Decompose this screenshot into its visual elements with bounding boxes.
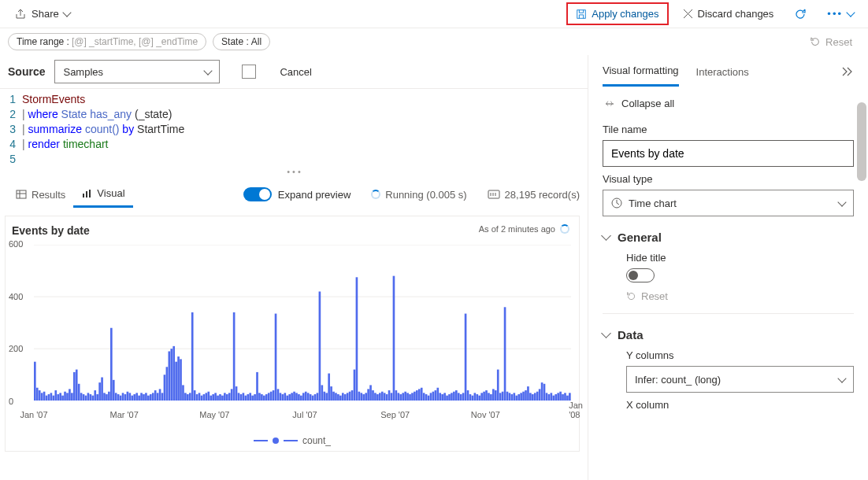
svg-rect-176: [418, 389, 421, 401]
svg-rect-132: [317, 393, 319, 401]
tile-name-label: Tile name: [603, 124, 854, 135]
refresh-icon: [794, 8, 807, 20]
svg-rect-211: [499, 393, 502, 401]
expand-preview-toggle[interactable]: [243, 187, 272, 201]
svg-rect-151: [360, 393, 362, 401]
svg-rect-23: [64, 392, 66, 401]
reset-icon: [626, 291, 636, 301]
svg-rect-66: [164, 375, 166, 401]
discard-changes-button[interactable]: Discard changes: [677, 5, 781, 23]
apply-changes-button[interactable]: Apply changes: [569, 6, 665, 22]
chevron-down-icon: [601, 231, 611, 241]
share-button[interactable]: Share: [8, 5, 76, 24]
tab-visual-label: Visual: [97, 187, 124, 199]
source-select[interactable]: Samples: [54, 60, 220, 83]
svg-rect-111: [268, 393, 270, 401]
hide-title-toggle[interactable]: [626, 268, 655, 282]
svg-rect-33: [87, 393, 90, 401]
svg-rect-125: [300, 396, 302, 401]
tab-results[interactable]: Results: [8, 183, 73, 207]
clock-icon: [611, 198, 622, 209]
bar-chart-icon: [81, 188, 92, 199]
panel-tab-visual-formatting[interactable]: Visual formatting: [603, 57, 679, 87]
refresh-button[interactable]: [788, 5, 813, 24]
svg-rect-79: [194, 390, 196, 401]
svg-rect-166: [395, 390, 398, 401]
svg-rect-189: [448, 394, 451, 401]
svg-rect-175: [416, 390, 418, 401]
svg-rect-78: [191, 312, 194, 401]
svg-rect-124: [298, 394, 300, 401]
svg-rect-147: [351, 390, 354, 401]
tab-visual[interactable]: Visual: [73, 181, 132, 208]
svg-rect-200: [474, 393, 477, 401]
svg-rect-130: [312, 396, 314, 401]
y-columns-select[interactable]: Infer: count_ (long): [626, 366, 854, 393]
svg-rect-76: [187, 394, 189, 401]
x-tick-label: Jan '07: [20, 410, 47, 419]
chart-plot[interactable]: [34, 245, 571, 401]
svg-rect-142: [339, 396, 342, 401]
ellipsis-icon: •••: [827, 8, 843, 20]
x-tick-label: Mar '07: [109, 410, 138, 419]
svg-rect-58: [145, 393, 147, 401]
time-range-pill[interactable]: Time range : [@] _startTime, [@] _endTim…: [8, 33, 206, 50]
svg-rect-40: [103, 393, 106, 401]
section-general[interactable]: General: [603, 231, 854, 244]
svg-rect-72: [177, 356, 180, 401]
svg-rect-216: [511, 394, 514, 401]
panel-tab-interactions[interactable]: Interactions: [696, 58, 749, 86]
svg-rect-114: [275, 314, 277, 401]
state-value: All: [251, 36, 262, 47]
chevron-down-icon: [601, 328, 611, 338]
apply-changes-highlight: Apply changes: [566, 2, 668, 25]
svg-rect-80: [196, 394, 198, 401]
running-status: Running (0.005 s): [371, 189, 466, 201]
filter-reset-button[interactable]: Reset: [810, 36, 860, 48]
svg-rect-238: [562, 394, 564, 401]
visual-type-select[interactable]: Time chart: [603, 190, 854, 216]
svg-rect-18: [53, 396, 55, 401]
svg-rect-219: [517, 394, 520, 401]
chevron-down-icon: [846, 8, 855, 17]
svg-rect-152: [362, 394, 365, 401]
svg-rect-41: [106, 394, 108, 401]
records-icon: [488, 190, 500, 199]
x-tick-label: Sep '07: [380, 410, 410, 419]
svg-rect-128: [307, 393, 310, 401]
svg-rect-93: [226, 394, 228, 401]
panel-scrollbar[interactable]: [857, 102, 866, 181]
tile-name-input[interactable]: [603, 140, 854, 167]
expand-panel-button[interactable]: [841, 67, 854, 76]
svg-rect-67: [166, 367, 169, 401]
section-data[interactable]: Data: [603, 328, 854, 342]
time-range-value: [@] _startTime, [@] _endTime: [72, 36, 198, 47]
svg-rect-155: [369, 385, 372, 401]
state-pill[interactable]: State : All: [213, 33, 270, 50]
state-prefix: State :: [221, 36, 249, 47]
svg-rect-191: [453, 392, 455, 401]
query-editor[interactable]: 12345 StormEvents | where State has_any …: [0, 88, 588, 167]
general-reset-button[interactable]: Reset: [626, 290, 854, 302]
x-tick-label: Jul '07: [292, 410, 317, 419]
svg-rect-32: [85, 396, 87, 401]
svg-rect-82: [201, 396, 203, 401]
cancel-button[interactable]: Cancel: [280, 66, 311, 78]
more-menu[interactable]: •••: [821, 5, 860, 23]
collapse-all-button[interactable]: Collapse all: [603, 94, 854, 117]
svg-rect-213: [504, 307, 506, 401]
source-checkbox[interactable]: [242, 65, 256, 79]
svg-rect-126: [302, 393, 305, 401]
svg-rect-53: [133, 394, 135, 401]
line-gutter: 12345: [0, 92, 22, 167]
svg-rect-129: [310, 394, 312, 401]
svg-rect-159: [379, 393, 381, 401]
svg-rect-57: [143, 394, 145, 401]
svg-rect-48: [122, 393, 124, 401]
svg-rect-62: [154, 390, 157, 401]
splitter-handle[interactable]: • • •: [0, 167, 588, 178]
svg-rect-89: [217, 396, 219, 401]
svg-rect-77: [189, 393, 191, 401]
records-text: 28,195 record(s): [505, 189, 580, 201]
svg-rect-233: [551, 393, 553, 401]
